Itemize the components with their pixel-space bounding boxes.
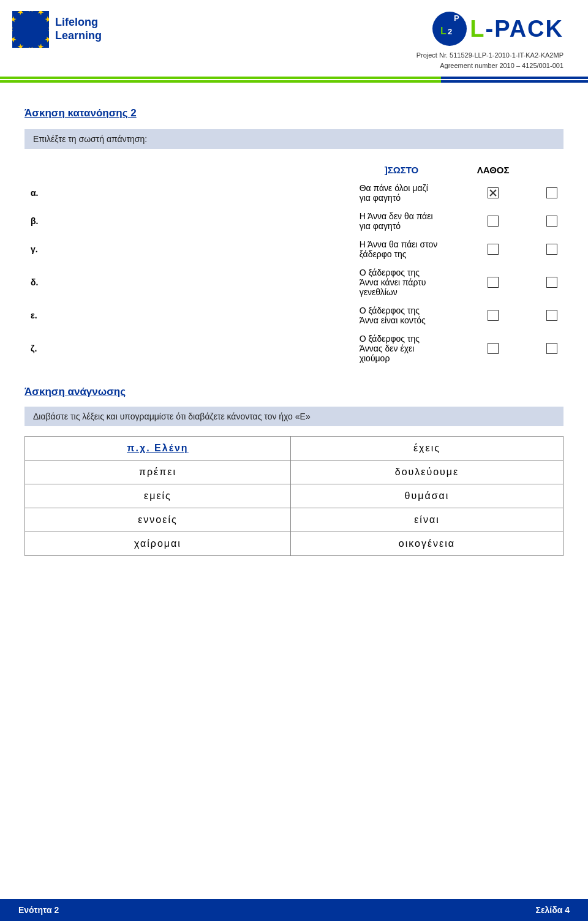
word-cell: είναι (290, 508, 563, 532)
question-text: Ο ξάδερφος της Άννας δεν έχει χιούμορ (357, 329, 447, 367)
question-label: γ. (24, 235, 357, 263)
question-text: Η Άννα θα πάει στον ξάδερφο της (357, 235, 447, 263)
wrong-checkbox[interactable] (540, 179, 564, 207)
list-item: πρέπειδουλεύουμε (25, 460, 564, 484)
question-text: Ο ξάδερφος της Άννα κάνει πάρτυ γενεθλίω… (357, 263, 447, 301)
correct-checkbox[interactable] (446, 207, 540, 235)
list-item: π.χ. Ελένηέχεις (25, 437, 564, 460)
wrong-checkbox[interactable] (540, 207, 564, 235)
footer-left: Ενότητα 2 (18, 905, 59, 915)
lifelong-learning-text: Lifelong Learning (55, 16, 102, 42)
question-text: Ο ξάδερφος της Άννα είναι κοντός (357, 301, 447, 329)
word-cell: θυμάσαι (290, 484, 563, 508)
table-row: β.Η Άννα δεν θα πάει για φαγητό (24, 207, 564, 235)
svg-text:P: P (454, 13, 459, 23)
agreement-text: Agreement number 2010 – 4125/001-001 (417, 61, 564, 71)
correct-checkbox[interactable] (446, 263, 540, 301)
wrong-checkbox[interactable] (540, 301, 564, 329)
col-header-question (24, 161, 357, 179)
lpack-brand-text: L-PACK (470, 16, 564, 42)
word-cell: χαίρομαι (25, 532, 291, 556)
word-grid: π.χ. Ελένηέχειςπρέπειδουλεύουμεεμείςθυμά… (24, 436, 564, 556)
col-header-wrong: ΛΑΘΟΣ (446, 161, 540, 179)
correct-checkbox[interactable] (446, 329, 540, 367)
question-label: α. (24, 179, 357, 207)
eu-logo: Lifelong Learning (12, 11, 102, 48)
footer-right: Σελίδα 4 (536, 905, 570, 915)
question-text: Η Άννα δεν θα πάει για φαγητό (357, 207, 447, 235)
correct-checkbox[interactable] (446, 301, 540, 329)
table-row: γ.Η Άννα θα πάει στον ξάδερφο της (24, 235, 564, 263)
question-text: Θα πάνε όλοι μαζί για φαγητό (357, 179, 447, 207)
table-row: α.Θα πάνε όλοι μαζί για φαγητό (24, 179, 564, 207)
question-table: ]ΣΩΣΤΟ ΛΑΘΟΣ α.Θα πάνε όλοι μαζί για φαγ… (24, 161, 564, 367)
list-item: εμείςθυμάσαι (25, 484, 564, 508)
table-row: δ.Ο ξάδερφος της Άννα κάνει πάρτυ γενεθλ… (24, 263, 564, 301)
project-nr-label: Project Nr. 511529-LLP-1-2010-1-IT-KA2-K… (417, 50, 564, 61)
wrong-checkbox[interactable] (540, 329, 564, 367)
word-cell: οικογένεια (290, 532, 563, 556)
exercise2-instruction: Διαβάστε τις λέξεις και υπογραμμίστε ότι… (24, 407, 564, 426)
svg-text:L: L (440, 26, 447, 36)
table-row: ζ.Ο ξάδερφος της Άννας δεν έχει χιούμορ (24, 329, 564, 367)
eu-flag-icon (12, 11, 49, 48)
word-cell: δουλεύουμε (290, 460, 563, 484)
wrong-checkbox[interactable] (540, 263, 564, 301)
lpack-logo: P L 2 L-PACK Project Nr. 511529-LLP-1-20… (417, 11, 564, 70)
question-label: β. (24, 207, 357, 235)
list-item: εννοείςείναι (25, 508, 564, 532)
separator (0, 77, 588, 83)
correct-checkbox[interactable] (446, 179, 540, 207)
exercise1-title: Άσκηση κατανόησης 2 (24, 107, 564, 119)
sep-line-1 (0, 77, 588, 79)
lpack-circle-icon: P L 2 (432, 11, 467, 47)
svg-rect-0 (12, 11, 49, 48)
exercise2-title: Άσκηση ανάγνωσης (24, 386, 564, 398)
main-content: Άσκηση κατανόησης 2 Επιλέξτε τη σωστή απ… (0, 95, 588, 568)
col-header-correct: ]ΣΩΣΤΟ (357, 161, 447, 179)
word-cell: εννοείς (25, 508, 291, 532)
word-cell: εμείς (25, 484, 291, 508)
svg-text:2: 2 (448, 27, 452, 36)
lpack-badge: P L 2 L-PACK (432, 11, 564, 47)
table-row: ε.Ο ξάδερφος της Άννα είναι κοντός (24, 301, 564, 329)
question-label: δ. (24, 263, 357, 301)
page-footer: Ενότητα 2 Σελίδα 4 (0, 899, 588, 921)
exercise1-instruction: Επιλέξτε τη σωστή απάντηση: (24, 129, 564, 149)
word-cell: πρέπει (25, 460, 291, 484)
wrong-checkbox[interactable] (540, 235, 564, 263)
project-info: Project Nr. 511529-LLP-1-2010-1-IT-KA2-K… (417, 50, 564, 70)
word-cell: π.χ. Ελένη (25, 437, 291, 460)
page-header: Lifelong Learning P L 2 L-PACK Project N… (0, 0, 588, 77)
list-item: χαίρομαιοικογένεια (25, 532, 564, 556)
correct-checkbox[interactable] (446, 235, 540, 263)
question-label: ε. (24, 301, 357, 329)
question-label: ζ. (24, 329, 357, 367)
word-cell: έχεις (290, 437, 563, 460)
sep-line-2 (0, 80, 588, 83)
